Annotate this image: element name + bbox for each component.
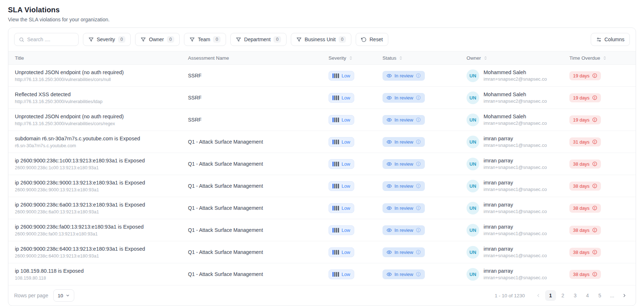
columns-button[interactable]: Columns (591, 33, 630, 46)
filter-button[interactable]: Business Unit 0 (291, 33, 351, 46)
violations-card: Severity 0 Owner 0 Team 0 Department 0 B… (8, 27, 636, 306)
status-badge[interactable]: In review (382, 159, 425, 169)
owner-name: imran parray (484, 224, 547, 230)
page-button[interactable]: 3 (570, 290, 581, 301)
info-circle-icon[interactable] (416, 183, 421, 188)
page-button[interactable]: 5 (594, 290, 605, 301)
reset-button[interactable]: Reset (356, 33, 388, 46)
owner-cell: UN imran parray imran+snapsec1@snapsec.c… (460, 202, 563, 214)
table-row[interactable]: ip 2600:9000:238c:9000:13:9213:e180:93a1… (8, 175, 636, 197)
filter-label: Business Unit (305, 37, 336, 42)
owner-name: imran parray (484, 180, 547, 186)
violation-title: ip 2600:9000:238c:1c00:13:9213:e180:93a1… (15, 157, 179, 164)
eye-icon (386, 139, 392, 145)
eye-icon (386, 95, 392, 101)
table-row[interactable]: ip 2600:9000:238c:1c00:13:9213:e180:93a1… (8, 153, 636, 175)
header-time-overdue[interactable]: Time Overdue (563, 55, 636, 61)
severity-bars-icon (333, 206, 339, 211)
table-row[interactable]: Reflected XSS detected http://76.13.16.2… (8, 87, 636, 109)
severity-badge: Low (329, 247, 354, 257)
violation-title: Unprotected JSON endpoint (no auth requi… (15, 69, 179, 76)
table-row[interactable]: Unprotected JSON endpoint (no auth requi… (8, 109, 636, 131)
owner-email: imran+snapsec1@snapsec.co (484, 187, 547, 192)
search-input[interactable] (27, 37, 74, 42)
overdue-label: 19 days (573, 117, 590, 123)
info-circle-icon[interactable] (416, 95, 421, 100)
info-circle-icon[interactable] (416, 73, 421, 78)
owner-name: imran parray (484, 136, 547, 141)
filter-button[interactable]: Severity 0 (83, 33, 131, 46)
table-row[interactable]: ip 2600:9000:238c:fa00:13:9213:e180:93a1… (8, 219, 636, 241)
info-circle-icon[interactable] (416, 161, 421, 166)
next-page-button[interactable] (619, 290, 630, 301)
overdue-badge: 38 days (569, 182, 601, 191)
avatar: UN (467, 180, 479, 192)
status-badge[interactable]: In review (382, 181, 425, 191)
status-badge[interactable]: In review (382, 71, 425, 81)
status-badge[interactable]: In review (382, 269, 425, 279)
status-badge[interactable]: In review (382, 247, 425, 257)
status-badge[interactable]: In review (382, 115, 425, 125)
owner-cell: UN imran parray imran+snapsec1@snapsec.c… (460, 246, 563, 259)
violation-target: 2600:9000:238c:6a00:13:9213:e180:93a1 (15, 209, 179, 214)
severity-bars-icon (333, 228, 339, 233)
owner-email: imran+snapsec2@snapsec.co (484, 120, 547, 126)
header-severity[interactable]: Severity (322, 55, 376, 61)
chevron-right-icon (622, 293, 627, 298)
table-row[interactable]: ip 2600:9000:238c:6a00:13:9213:e180:93a1… (8, 197, 636, 219)
table-row[interactable]: ip 2600:9000:238c:6400:13:9213:e180:93a1… (8, 241, 636, 263)
info-circle-icon[interactable] (416, 139, 421, 144)
status-badge[interactable]: In review (382, 203, 425, 213)
filter-button[interactable]: Department 0 (230, 33, 287, 46)
info-circle-icon[interactable] (416, 117, 421, 122)
funnel-icon (88, 37, 94, 42)
overdue-badge: 38 days (569, 270, 601, 279)
overdue-label: 38 days (573, 205, 590, 211)
assessment-name: Q1 - Attack Surface Management (181, 205, 322, 211)
alert-circle-icon (592, 95, 597, 100)
owner-email: imran+snapsec1@snapsec.co (484, 143, 547, 148)
info-circle-icon[interactable] (416, 272, 421, 277)
header-status[interactable]: Status (376, 55, 460, 61)
header-owner[interactable]: Owner (460, 55, 563, 61)
table-row[interactable]: subdomain r6.sn-30a7rn7s.c.youtube.com i… (8, 131, 636, 153)
page-button[interactable]: 1 (545, 290, 556, 301)
table-row[interactable]: Unprotected JSON endpoint (no auth requi… (8, 65, 636, 87)
severity-bars-icon (333, 95, 339, 100)
severity-cell: Low (322, 159, 376, 169)
page-title: SLA Violations (8, 6, 636, 14)
owner-email: imran+snapsec2@snapsec.co (484, 98, 547, 104)
overdue-badge: 31 days (569, 137, 601, 146)
info-circle-icon[interactable] (416, 228, 421, 233)
filter-button[interactable]: Team 0 (184, 33, 226, 46)
violation-target: 2600:9000:238c:9000:13:9213:e180:93a1 (15, 187, 179, 192)
info-circle-icon[interactable] (416, 250, 421, 255)
rows-per-page-label: Rows per page (14, 293, 48, 298)
severity-badge: Low (329, 115, 354, 125)
filter-button[interactable]: Owner 0 (135, 33, 180, 46)
violation-title: Reflected XSS detected (15, 91, 179, 98)
pagination-ellipsis[interactable]: ... (607, 290, 618, 301)
table-row[interactable]: ip 108.159.80.118 is Exposed 108.159.80.… (8, 263, 636, 285)
page-subtitle: View the SLA violations for your organiz… (8, 17, 636, 22)
status-badge[interactable]: In review (382, 93, 425, 103)
overdue-label: 38 days (573, 161, 590, 167)
rows-per-page-select[interactable]: 10 (53, 289, 74, 302)
columns-settings-icon (596, 37, 602, 42)
info-circle-icon[interactable] (416, 205, 421, 211)
alert-circle-icon (592, 183, 597, 188)
status-badge[interactable]: In review (382, 225, 425, 235)
overdue-label: 38 days (573, 228, 590, 233)
severity-cell: Low (322, 247, 376, 257)
overdue-cell: 38 days (563, 248, 636, 257)
filter-count-badge: 0 (273, 36, 281, 43)
page-button[interactable]: 4 (582, 290, 593, 301)
page-button[interactable]: 2 (557, 290, 568, 301)
status-badge[interactable]: In review (382, 137, 425, 147)
status-cell: In review (376, 269, 460, 279)
severity-label: Low (342, 95, 350, 101)
prev-page-button[interactable] (533, 290, 544, 301)
severity-cell: Low (322, 181, 376, 191)
severity-label: Low (342, 205, 350, 211)
search-box[interactable] (14, 33, 79, 46)
